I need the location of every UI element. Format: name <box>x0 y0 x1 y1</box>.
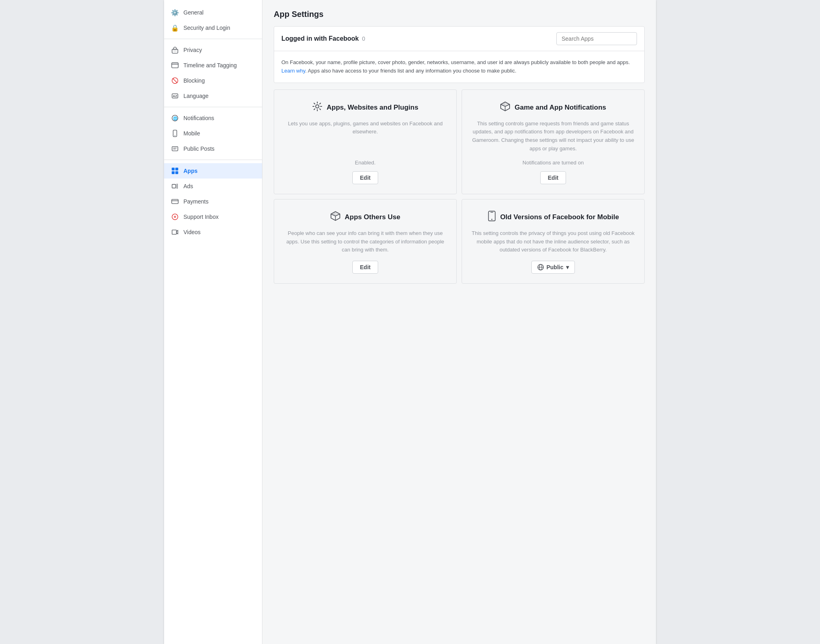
sidebar-item-label: Mobile <box>183 130 200 137</box>
card-status-game-notifications: Notifications are turned on <box>522 160 584 166</box>
globe-icon <box>537 264 544 270</box>
gear-icon: ⚙️ <box>171 8 179 17</box>
sidebar-divider-3 <box>164 160 262 160</box>
card-apps-others-use: Apps Others Use People who can see your … <box>274 199 457 284</box>
svg-rect-15 <box>172 168 175 170</box>
sidebar-item-label: Blocking <box>183 77 205 84</box>
logged-in-title-text: Logged in with Facebook <box>281 35 359 42</box>
sidebar-item-label: Public Posts <box>183 145 214 152</box>
card-description-old-versions: This setting controls the privacy of thi… <box>472 229 635 254</box>
apps-icon <box>171 166 179 175</box>
card-old-versions-mobile: Old Versions of Facebook for Mobile This… <box>462 199 645 284</box>
phone-icon <box>487 211 496 224</box>
svg-point-11 <box>175 135 175 136</box>
privacy-icon <box>171 46 179 54</box>
dropdown-arrow-icon: ▾ <box>566 264 569 270</box>
search-apps-input[interactable] <box>556 32 637 45</box>
svg-rect-1 <box>173 49 177 52</box>
svg-marker-29 <box>505 102 510 106</box>
svg-marker-35 <box>335 212 340 216</box>
svg-point-40 <box>491 219 492 220</box>
svg-rect-16 <box>175 168 178 170</box>
card-description-game-notifications: This setting controls game requests from… <box>472 120 635 153</box>
lock-icon: 🔒 <box>171 23 179 32</box>
timeline-icon <box>171 61 179 70</box>
logged-in-title: Logged in with Facebook 0 <box>281 35 365 42</box>
sidebar-group-mid1: Privacy Timeline and Tagging Blocking AZ… <box>164 42 262 104</box>
svg-text:🌐: 🌐 <box>173 116 178 121</box>
sidebar-item-security-login[interactable]: 🔒 Security and Login <box>164 20 262 35</box>
public-button-label: Public <box>546 264 563 270</box>
edit-button-apps-websites[interactable]: Edit <box>352 171 378 184</box>
sidebar-item-label: Security and Login <box>183 24 230 31</box>
sidebar-item-label: Language <box>183 92 208 100</box>
sidebar-item-ads[interactable]: Ads <box>164 179 262 194</box>
logged-in-header: Logged in with Facebook 0 <box>274 27 644 51</box>
sidebar-item-payments[interactable]: Payments <box>164 194 262 209</box>
card-description-apps-others: People who can see your info can bring i… <box>284 229 447 254</box>
edit-button-game-notifications[interactable]: Edit <box>540 171 566 184</box>
sidebar-item-label: Timeline and Tagging <box>183 62 237 69</box>
card-header-old-versions: Old Versions of Facebook for Mobile <box>487 211 619 224</box>
card-title-old-versions: Old Versions of Facebook for Mobile <box>500 213 619 221</box>
sidebar-item-privacy[interactable]: Privacy <box>164 42 262 58</box>
sidebar-item-timeline-tagging[interactable]: Timeline and Tagging <box>164 58 262 73</box>
cube2-icon <box>330 211 341 224</box>
sidebar-item-videos[interactable]: Videos <box>164 224 262 240</box>
sidebar-item-apps[interactable]: Apps <box>164 163 262 179</box>
public-posts-icon <box>171 144 179 153</box>
sidebar-group-bottom: Apps Ads Payments Support Inbox <box>164 163 262 240</box>
sidebar-item-general[interactable]: ⚙️ General <box>164 5 262 20</box>
sidebar-item-notifications[interactable]: 🌐 Notifications <box>164 110 262 126</box>
sidebar-item-label: Notifications <box>183 114 214 122</box>
page-title: App Settings <box>274 10 645 19</box>
sidebar-item-mobile[interactable]: Mobile <box>164 126 262 141</box>
svg-rect-20 <box>177 184 178 189</box>
logged-in-body: On Facebook, your name, profile picture,… <box>274 51 644 83</box>
sidebar: ⚙️ General 🔒 Security and Login Privacy … <box>164 0 262 644</box>
card-title-apps-others: Apps Others Use <box>345 213 400 221</box>
sidebar-group-mid2: 🌐 Notifications Mobile Public Posts <box>164 110 262 156</box>
sidebar-item-label: General <box>183 9 204 16</box>
mobile-icon <box>171 129 179 138</box>
svg-marker-34 <box>331 212 335 216</box>
svg-marker-28 <box>501 102 505 106</box>
svg-rect-25 <box>172 230 177 235</box>
sidebar-item-label: Payments <box>183 198 208 205</box>
app-container: ⚙️ General 🔒 Security and Login Privacy … <box>164 0 656 644</box>
svg-point-26 <box>316 105 319 108</box>
ads-icon <box>171 182 179 191</box>
logged-in-section: Logged in with Facebook 0 On Facebook, y… <box>274 26 645 83</box>
logged-in-description2: . Apps also have access to your friends … <box>305 68 516 74</box>
card-apps-websites-plugins: Apps, Websites and Plugins Lets you use … <box>274 89 457 194</box>
sidebar-item-language[interactable]: AZ Language <box>164 88 262 104</box>
card-status-apps-websites: Enabled. <box>355 160 375 166</box>
sidebar-item-blocking[interactable]: Blocking <box>164 73 262 88</box>
svg-rect-12 <box>172 147 178 151</box>
learn-why-link[interactable]: Learn why <box>281 68 305 74</box>
card-description-apps-websites: Lets you use apps, plugins, games and we… <box>284 120 447 153</box>
language-icon: AZ <box>171 91 179 100</box>
logged-in-count: 0 <box>362 35 365 42</box>
blocking-icon <box>171 76 179 85</box>
svg-point-24 <box>174 216 176 218</box>
sidebar-item-label: Privacy <box>183 46 202 54</box>
svg-rect-18 <box>175 171 178 174</box>
videos-icon <box>171 228 179 237</box>
sidebar-item-public-posts[interactable]: Public Posts <box>164 141 262 156</box>
card-header-apps-websites: Apps, Websites and Plugins <box>312 101 418 114</box>
sidebar-item-label: Support Inbox <box>183 213 219 220</box>
gear-settings-icon <box>312 101 323 114</box>
main-content: App Settings Logged in with Facebook 0 O… <box>262 0 656 644</box>
sidebar-group-top: ⚙️ General 🔒 Security and Login <box>164 5 262 35</box>
svg-rect-17 <box>172 171 175 174</box>
payments-icon <box>171 197 179 206</box>
svg-rect-21 <box>172 199 178 204</box>
public-dropdown-button[interactable]: Public ▾ <box>531 261 574 274</box>
card-title-game-notifications: Game and App Notifications <box>514 104 606 112</box>
cube-icon <box>500 101 510 114</box>
svg-text:AZ: AZ <box>173 94 177 98</box>
edit-button-apps-others[interactable]: Edit <box>352 261 378 274</box>
card-title-apps-websites: Apps, Websites and Plugins <box>327 104 418 112</box>
sidebar-item-support-inbox[interactable]: Support Inbox <box>164 209 262 224</box>
